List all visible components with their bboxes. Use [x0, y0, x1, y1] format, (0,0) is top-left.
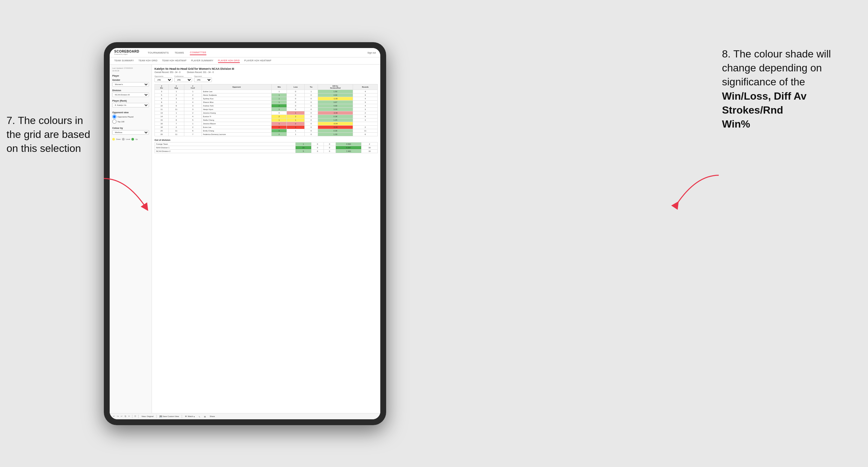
table-row: 20117 Federica Domecq Lacroze 2 1 0 1.33…: [155, 133, 378, 136]
table-row: 1063 Andrea York 2 0 0 4.00 4: [155, 104, 378, 108]
table-row: 20116 Emily Chang 4 1 0 0.30 11: [155, 129, 378, 133]
legend-up-label: Up: [135, 138, 137, 140]
table-row: 11113 Heejo Hyun 1 0 0 3.33 3: [155, 108, 378, 111]
filter-conference-select[interactable]: (All): [174, 77, 192, 82]
legend-level-label: Level: [126, 138, 130, 140]
sub-nav-team-h2h-grid[interactable]: TEAM H2H GRID: [138, 59, 158, 63]
filter-opponents-label: Opponents:: [154, 75, 172, 77]
table-row: 1822 Euna Lee 0 3 0 -5.00 2: [155, 126, 378, 129]
logo-area: SCOREBOARD Powered by clippd: [114, 50, 139, 55]
col-rounds: Rounds: [353, 84, 378, 90]
watch-btn[interactable]: 👁 Watch ▾: [184, 415, 196, 418]
bottom-toolbar: ↩ ↪ ↩ ⧉ ✂ ⟳ View: Original 💾 Save Custom…: [110, 413, 380, 419]
share-icon-btn[interactable]: ⤡: [197, 415, 201, 418]
nav-committee[interactable]: COMMITTEE: [190, 50, 206, 55]
view-original-btn[interactable]: View: Original: [141, 415, 154, 418]
player-rank-label: Player (Rank): [112, 100, 149, 102]
radio-opponents-played[interactable]: Opponents Played: [112, 115, 149, 119]
annotation-right: 8. The colour shade will change dependin…: [722, 47, 862, 131]
share-btn[interactable]: Share: [209, 415, 216, 418]
sub-nav-player-h2h-heatmap[interactable]: PLAYER H2H HEATMAP: [244, 59, 272, 63]
tablet-frame: SCOREBOARD Powered by clippd TOURNAMENTS…: [104, 42, 386, 425]
col-reg: #Reg: [168, 84, 184, 90]
eye-icon: 👁: [185, 415, 187, 417]
logo-text: SCOREBOARD: [114, 50, 139, 53]
table-row: 1671 Jessica Mason 1 2 0 -0.94: [155, 122, 378, 126]
table-row: NAIA Division 1 15 0 0 9.267 30: [155, 146, 378, 150]
table-row: 633 Sydney Kuo 1 0 0 -1.00 4: [155, 97, 378, 101]
gender-label: Gender: [112, 79, 149, 81]
last-updated: Last Updated: 27/03/2024 16:55:38: [112, 67, 149, 72]
gender-select[interactable]: Women's: [112, 82, 149, 87]
save-icon: 💾: [160, 415, 162, 418]
redo2-icon[interactable]: ↩: [121, 415, 123, 418]
division-select[interactable]: NCAA Division III: [112, 93, 149, 97]
tablet-screen: SCOREBOARD Powered by clippd TOURNAMENTS…: [110, 48, 380, 419]
logo-sub: Powered by clippd: [114, 53, 139, 55]
filter-opponents: Opponents: (All): [154, 75, 172, 82]
toolbar-divider: [132, 415, 132, 418]
sub-nav-team-summary[interactable]: TEAM SUMMARY: [114, 59, 134, 63]
right-content: Katelyn Vo Head-to-Head Grid for Women's…: [152, 65, 380, 413]
player-section-title: Player: [112, 75, 149, 77]
annotation-left-arrow: [101, 175, 153, 214]
out-of-division-table: Foreign Team 1 0 0 4.500 2 NAIA Division…: [154, 142, 378, 153]
grid-title: Katelyn Vo Head-to-Head Grid for Women's…: [154, 67, 378, 70]
main-data-table: #Div #Reg #Conf Opponent Win Loss Tie Di…: [154, 84, 378, 136]
grid-subtitle: Overall Record: 353 - 34 - 6 Division Re…: [154, 71, 378, 73]
table-row: Foreign Team 1 0 0 4.500 2: [155, 143, 378, 146]
nav-sign-out[interactable]: Sign out: [367, 52, 376, 54]
filter-opponents-select[interactable]: (All): [154, 77, 172, 82]
annotation-right-arrow: [670, 172, 722, 211]
col-opponent: Opponent: [202, 84, 272, 90]
table-row: 522 Alexis Sudjianto 1 0 0 4.00 3: [155, 93, 378, 97]
legend-up-dot: [131, 138, 134, 141]
legend-down-dot: [112, 138, 115, 141]
toolbar-divider2: [138, 415, 138, 418]
col-conf: #Conf: [184, 84, 202, 90]
filter-opponent-select[interactable]: (All): [194, 77, 212, 82]
main-content: Last Updated: 27/03/2024 16:55:38 Player…: [110, 65, 380, 413]
table-row: 914 Sharon Mun 1 0 0 3.67 3: [155, 101, 378, 104]
toolbar-divider4: [182, 415, 182, 418]
table-row: 311 Esther Lee 1 0 1 1.50 4: [155, 90, 378, 93]
col-loss: Loss: [287, 84, 305, 90]
player-rank-select[interactable]: 8. Katelyn Vo: [112, 103, 149, 107]
table-row: 1585 Stella Cheng 1 1 0 1.25 4: [155, 119, 378, 122]
refresh-icon[interactable]: ⟳: [134, 415, 136, 418]
filter-opponent-label: Opponent: [194, 75, 212, 77]
opponent-view-label: Opponent view: [112, 111, 149, 114]
nav-tournaments[interactable]: TOURNAMENTS: [148, 51, 169, 55]
filter-conference: Conference (All): [174, 75, 192, 82]
legend-row: Down Level Up: [112, 138, 149, 141]
sub-nav-player-h2h-grid[interactable]: PLAYER H2H GRID: [218, 59, 240, 63]
sub-nav-player-summary[interactable]: PLAYER SUMMARY: [191, 59, 214, 63]
filter-opponent: Opponent (All): [194, 75, 212, 82]
overall-record: Overall Record: 353 - 34 - 6: [154, 71, 180, 73]
undo-icon[interactable]: ↩: [113, 415, 115, 418]
left-panel: Last Updated: 27/03/2024 16:55:38 Player…: [110, 65, 152, 413]
copy-icon[interactable]: ⧉: [125, 415, 126, 418]
chevron-down-icon: ▾: [194, 415, 195, 418]
toolbar-divider3: [156, 415, 157, 418]
table-row: NCAA Division 2 5 0 0 7.400 10: [155, 150, 378, 153]
save-custom-btn[interactable]: 💾 Save Custom View: [159, 415, 180, 418]
table-row: 1312 Jessica Huang 0 1 0 -3.00 2: [155, 111, 378, 115]
col-div: #Div: [155, 84, 169, 90]
sub-nav-team-h2h-heatmap[interactable]: TEAM H2H HEATMAP: [162, 59, 186, 63]
filter-conference-label: Conference: [174, 75, 192, 77]
annotation-left: 7. The colours in the grid are based on …: [6, 114, 97, 156]
nav-right: Sign out: [367, 52, 376, 54]
legend-down-label: Down: [116, 138, 121, 140]
legend-level-dot: [122, 138, 125, 141]
col-win: Win: [272, 84, 287, 90]
nav-teams[interactable]: TEAMS: [175, 51, 184, 55]
radio-top100[interactable]: Top 100: [112, 119, 149, 124]
col-tie: Tie: [304, 84, 318, 90]
redo-icon[interactable]: ↪: [117, 415, 119, 418]
grid-icon-btn[interactable]: ⊞: [203, 415, 207, 418]
colour-by-select[interactable]: Win/loss: [112, 130, 149, 135]
col-diff: Diff AvStrokes/Rnd: [318, 84, 353, 90]
sub-nav: TEAM SUMMARY TEAM H2H GRID TEAM H2H HEAT…: [110, 57, 380, 65]
paste-icon[interactable]: ✂: [128, 415, 130, 418]
